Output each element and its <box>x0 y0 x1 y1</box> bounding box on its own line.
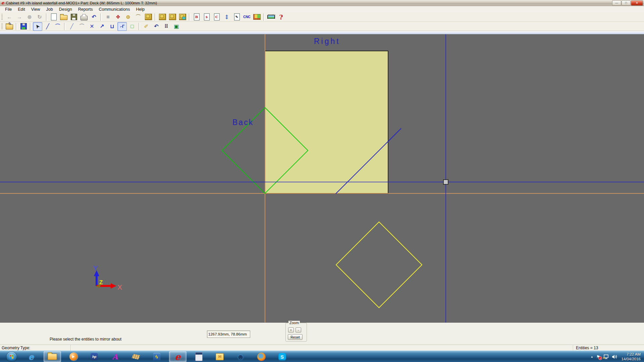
mirror-tool-button[interactable]: ⌐Γ <box>117 22 127 31</box>
cutlist-report-button[interactable]: C <box>212 13 221 21</box>
zoom-out-button[interactable]: - <box>296 327 301 333</box>
save-part-button[interactable] <box>19 22 28 31</box>
cost-report-button[interactable]: $ <box>202 13 211 21</box>
taskbar-firefox[interactable] <box>253 352 270 362</box>
cnc-button[interactable]: CNC <box>242 13 252 21</box>
nesting-button[interactable] <box>252 13 262 21</box>
prompt-message: Please select the entities to mirror abo… <box>50 337 121 342</box>
profile-button[interactable]: ⌒ <box>133 13 143 21</box>
open-file-button[interactable] <box>59 13 68 21</box>
action-center-flag-icon[interactable]: ⚑ ✕ <box>596 354 600 359</box>
drawing-canvas[interactable]: Y X Z Right Back <box>0 34 644 322</box>
taskbar-calculator-glyph <box>195 352 203 361</box>
help-button[interactable]: ? <box>276 13 286 21</box>
materials-button[interactable]: ❖ <box>113 13 123 21</box>
taskbar-skype[interactable]: S <box>274 352 290 362</box>
cabinet-elevation-button[interactable] <box>168 13 177 21</box>
zoom-window-button[interactable]: ▣ <box>172 22 181 31</box>
taskbar-ecabinet[interactable]: e <box>169 351 186 362</box>
taskbar-power-app[interactable]: ϟ <box>148 352 165 362</box>
stop-button[interactable]: ⊗ <box>25 13 34 21</box>
toolbar-separator <box>46 13 47 21</box>
menu-communications[interactable]: Communications <box>96 7 133 12</box>
speaker-icon[interactable] <box>612 354 618 359</box>
menu-view[interactable]: View <box>28 7 43 12</box>
open-file-button-glyph <box>60 15 67 20</box>
clock-time: 7:22 AM <box>621 352 641 357</box>
direction-tool-button[interactable]: ↗ <box>97 22 107 31</box>
options-button[interactable]: ≡ <box>103 13 113 21</box>
undo-draw-button[interactable]: ↶ <box>152 22 161 31</box>
edit-entity-button[interactable] <box>5 22 14 31</box>
undo-button[interactable]: ↶ <box>89 13 99 21</box>
eraser-tool-button-glyph: ✐ <box>144 24 148 29</box>
arc-tool-button[interactable]: ⌒ <box>53 22 62 31</box>
taskbar-internet-explorer[interactable]: e <box>23 352 40 362</box>
extend-tool-button-glyph: ⊔ <box>110 24 114 29</box>
media-button[interactable] <box>266 13 276 21</box>
taskbar-hp[interactable]: hp <box>86 352 103 362</box>
close-button[interactable]: ✕ <box>631 0 643 6</box>
status-separator <box>70 345 71 351</box>
save-button[interactable] <box>69 13 78 21</box>
nav-forward-button[interactable]: → <box>15 13 24 21</box>
refresh-button[interactable]: ↻ <box>35 13 44 21</box>
zoom-in-button[interactable]: + <box>288 327 294 333</box>
taskbar-windows-explorer-glyph <box>48 354 57 360</box>
menu-edit[interactable]: Edit <box>15 7 28 12</box>
menu-design[interactable]: Design <box>56 7 75 12</box>
machining-button-glyph: ‡ <box>225 14 228 20</box>
extend-tool-button[interactable]: ⊔ <box>107 22 117 31</box>
taskbar-clock[interactable]: 7:22 AM 14/04/2016 <box>621 352 641 362</box>
maximize-button[interactable]: □ <box>622 0 631 6</box>
toolbar-separator <box>155 13 156 21</box>
axis-x-label: X <box>117 283 122 291</box>
offset-tool-button[interactable]: □ <box>127 22 137 31</box>
minimize-button[interactable]: — <box>612 0 621 6</box>
system-tray: ▲ ⚑ ✕ 7:22 AM 14/04/2016 <box>591 351 643 362</box>
eraser-tool-button[interactable]: ✐ <box>142 22 151 31</box>
delete-tool-button[interactable]: ✕ <box>87 22 97 31</box>
nav-back-button[interactable]: ← <box>5 13 14 21</box>
zoom-reset-button[interactable]: Reset <box>288 334 303 340</box>
app-logo-icon: e <box>1 0 4 5</box>
cabinet-view-button[interactable] <box>158 13 167 21</box>
room-view-button[interactable] <box>178 13 187 21</box>
toolbar-grip[interactable] <box>1 23 3 30</box>
line-tool-button[interactable]: ╱ <box>43 22 52 31</box>
grid-snap-button[interactable]: ⠿ <box>162 22 171 31</box>
toolbar-separator <box>16 23 17 30</box>
taskbar-wood-app[interactable] <box>127 352 144 362</box>
bom-report-button[interactable]: B <box>192 13 201 21</box>
machining-button[interactable]: ‡ <box>222 13 231 21</box>
menu-help[interactable]: Help <box>133 7 148 12</box>
new-file-button[interactable] <box>49 13 58 21</box>
part-deck-face[interactable] <box>265 51 388 193</box>
taskbar-media-player[interactable]: ▶ <box>65 352 82 362</box>
taskbar-cad-app[interactable]: A <box>107 352 123 362</box>
yellow-diamond-entity[interactable] <box>336 222 422 308</box>
door-panel-button[interactable] <box>144 13 153 21</box>
taskbar-outlook[interactable]: ✉ <box>211 352 228 362</box>
network-icon[interactable] <box>603 354 609 359</box>
taskbar-windows-explorer[interactable] <box>44 351 61 362</box>
bom-report-button-glyph: B <box>194 13 200 20</box>
print-button[interactable] <box>79 13 89 21</box>
tray-expand-icon[interactable]: ▲ <box>591 355 593 358</box>
trim-tool-button[interactable]: ╱ <box>67 22 76 31</box>
menu-job[interactable]: Job <box>43 7 56 12</box>
toolbar-grip[interactable] <box>1 14 3 20</box>
ucs-axis-icon: Y X Z <box>93 264 122 291</box>
menu-file[interactable]: File <box>2 7 15 12</box>
drill-button[interactable]: ⊕ <box>123 13 133 21</box>
taskbar-messenger[interactable]: ☻ <box>232 352 249 362</box>
export-drawing-button[interactable]: ✎ <box>232 13 241 21</box>
direction-tool-button-glyph: ↗ <box>100 24 104 29</box>
axis-z-label: Z <box>99 279 103 286</box>
taskbar-skype-glyph: S <box>278 353 286 361</box>
menu-reports[interactable]: Reports <box>75 7 96 12</box>
taskbar-calculator[interactable] <box>191 352 207 362</box>
start-button[interactable] <box>2 352 19 362</box>
select-tool-button[interactable]: ➤ <box>33 22 42 31</box>
fillet-tool-button[interactable]: ⌒ <box>77 22 87 31</box>
